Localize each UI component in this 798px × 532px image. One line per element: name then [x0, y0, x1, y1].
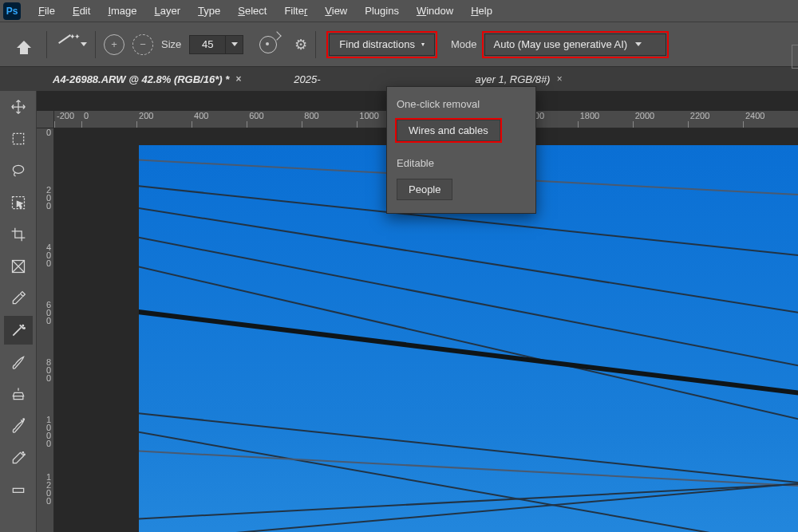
menu-view[interactable]: View	[317, 2, 355, 19]
tab-title-suffix: ayer 1, RGB/8#)	[476, 73, 551, 85]
ruler-tick: 2000	[633, 111, 688, 128]
menubar: Ps FFileile Edit Image Layer Type Select…	[0, 0, 798, 22]
svg-rect-0	[13, 133, 23, 144]
menu-select[interactable]: Select	[230, 2, 275, 19]
ruler-tick: 0	[81, 111, 136, 128]
dropdown-section-label: One-click removal	[397, 98, 526, 110]
svg-point-5	[23, 328, 25, 329]
chevron-down-icon	[81, 42, 87, 46]
home-icon	[17, 41, 31, 48]
menu-file[interactable]: FFileile	[30, 2, 63, 19]
options-bar: + − Size ⚙ Find distractions ▾ Mode Auto…	[0, 22, 798, 67]
canvas-content	[139, 305, 798, 416]
people-button[interactable]: People	[397, 179, 452, 200]
sample-all-layers-icon[interactable]	[259, 36, 277, 53]
tool-preset-picker[interactable]	[55, 36, 87, 53]
home-button[interactable]	[10, 30, 38, 59]
chevron-down-icon	[231, 42, 238, 46]
brush-tool[interactable]	[4, 348, 33, 376]
svg-point-1	[13, 165, 23, 173]
svg-point-4	[22, 325, 24, 326]
menu-type[interactable]: Type	[190, 2, 228, 19]
subtract-brush-button[interactable]: −	[132, 34, 153, 55]
document-tab-1[interactable]: A4-26988.ARW @ 42.8% (RGB/16*) * ×	[53, 73, 241, 85]
svg-point-7	[22, 452, 24, 454]
size-label: Size	[161, 38, 181, 50]
menu-image[interactable]: Image	[100, 2, 144, 19]
gear-icon[interactable]: ⚙	[294, 36, 307, 53]
dropdown-section-label: Editable	[397, 157, 526, 169]
separator	[46, 31, 47, 58]
separator	[315, 31, 316, 58]
mode-value: Auto (May use generative AI)	[493, 38, 627, 50]
frame-tool[interactable]	[4, 252, 33, 281]
brush-size-input[interactable]	[189, 35, 226, 54]
ruler-tick: -200	[54, 111, 81, 128]
wires-and-cables-button[interactable]: Wires and cables	[397, 120, 500, 141]
vertical-ruler[interactable]: 0 200 400 600 800 1000 1200	[37, 128, 54, 532]
find-distractions-button[interactable]: Find distractions ▾	[329, 33, 435, 56]
ruler-tick: 1000	[37, 416, 53, 473]
ruler-tick: 800	[302, 111, 357, 128]
ruler-tick: 600	[37, 301, 53, 358]
add-brush-button[interactable]: +	[104, 34, 124, 55]
separator	[95, 31, 96, 58]
canvas-content	[139, 257, 798, 455]
ruler-tick: 400	[37, 243, 53, 301]
marquee-tool[interactable]	[4, 124, 33, 153]
ruler-tick: 1200	[37, 473, 53, 530]
ruler-tick: 800	[37, 358, 53, 416]
lasso-tool[interactable]	[4, 156, 33, 185]
clone-stamp-tool[interactable]	[4, 380, 33, 408]
move-tool[interactable]	[4, 93, 33, 121]
find-distractions-dropdown: One-click removal Wires and cables Edita…	[386, 86, 536, 214]
document-tab-2[interactable]: 2025- ayer 1, RGB/8#) ×	[294, 73, 562, 85]
ruler-tick: 2400	[743, 111, 798, 128]
svg-point-8	[23, 454, 25, 455]
menu-plugins[interactable]: Plugins	[357, 2, 407, 19]
object-selection-tool[interactable]	[4, 188, 33, 217]
canvas-content	[139, 229, 798, 398]
app-logo: Ps	[3, 2, 21, 20]
dropdown-caret-icon: ▾	[421, 41, 425, 48]
brush-size-dropdown[interactable]	[226, 35, 243, 54]
ruler-origin[interactable]	[37, 111, 54, 128]
remove-tool[interactable]	[4, 316, 33, 345]
clipped-bracket-icon	[792, 45, 798, 69]
history-brush-tool[interactable]	[4, 412, 33, 440]
ruler-tick: 200	[136, 111, 192, 128]
mode-label: Mode	[451, 38, 477, 50]
find-distractions-label: Find distractions	[339, 38, 415, 50]
close-icon[interactable]: ×	[556, 73, 562, 85]
ruler-tick: 0	[37, 128, 53, 186]
svg-rect-9	[13, 488, 23, 492]
ruler-tick: 1800	[578, 111, 633, 128]
chevron-down-icon	[635, 42, 642, 46]
ruler-tick: 600	[247, 111, 302, 128]
crop-tool[interactable]	[4, 220, 33, 249]
gradient-tool[interactable]	[4, 475, 33, 504]
canvas-content	[139, 201, 798, 340]
eyedropper-tool[interactable]	[4, 284, 33, 313]
eraser-tool[interactable]	[4, 443, 33, 472]
mode-select[interactable]: Auto (May use generative AI)	[484, 33, 666, 56]
ruler-tick: 200	[37, 186, 53, 243]
canvas-content	[139, 424, 798, 532]
remove-tool-icon	[55, 36, 77, 53]
tools-panel	[0, 91, 37, 532]
menu-filter[interactable]: Filter	[276, 2, 315, 19]
menu-help[interactable]: Help	[463, 2, 500, 19]
tab-title-prefix: 2025-	[294, 73, 320, 85]
svg-point-6	[22, 419, 24, 420]
ruler-tick: 2200	[688, 111, 743, 128]
tab-title: A4-26988.ARW @ 42.8% (RGB/16*) *	[53, 73, 229, 85]
menu-edit[interactable]: Edit	[65, 2, 98, 19]
canvas-content	[139, 467, 798, 532]
menu-layer[interactable]: Layer	[147, 2, 189, 19]
menu-window[interactable]: Window	[409, 2, 461, 19]
ruler-tick: 400	[192, 111, 247, 128]
close-icon[interactable]: ×	[235, 73, 241, 85]
